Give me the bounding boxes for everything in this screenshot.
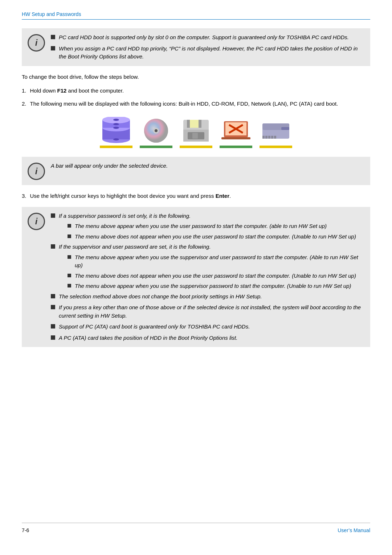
step-3: 3. Use the left/right cursor keys to hig… [22, 192, 370, 200]
note-3-extra-3: Support of PC (ATA) card boot is guarant… [59, 323, 250, 331]
note-2-text: A bar will appear only under the selecte… [51, 162, 364, 170]
bullet-icon [51, 324, 55, 328]
step-1-num: 1. [22, 86, 26, 95]
list-item: The menu above does not appear when you … [68, 272, 364, 280]
bullet-icon [68, 274, 71, 277]
step-3-num: 3. [22, 192, 26, 200]
page-header: HW Setup and Passwords [22, 11, 370, 20]
bullet-icon [51, 244, 55, 249]
note-3-g1-subs: The menu above appear when you use the u… [59, 222, 356, 241]
note-3-g2-subs: The menu above appear when you use the s… [59, 253, 364, 290]
list-item: The selection method above does not chan… [51, 293, 364, 301]
step-1-text: Hold down F12 and boot the computer. [30, 86, 124, 95]
bullet-icon [51, 294, 55, 298]
header-title: HW Setup and Passwords [22, 11, 81, 17]
fdd-icon-box [180, 117, 212, 148]
svg-rect-19 [192, 133, 198, 139]
footer-page-number: 7-6 [22, 527, 29, 533]
step-2-text: The following menu will be displayed wit… [30, 99, 338, 108]
bullet-icon [51, 305, 55, 309]
list-item: If a suppervisor password is set only, i… [51, 212, 364, 241]
cdrom-bar [140, 146, 172, 148]
info-icon-3: i [28, 213, 45, 230]
bullet-icon [51, 35, 55, 39]
note-3-g2-sub-3: The menu above appear when you use the s… [75, 282, 351, 290]
numbered-steps: 1. Hold down F12 and boot the computer. … [22, 86, 370, 108]
svg-rect-28 [262, 136, 265, 139]
list-item: The menu above does not appear when you … [68, 233, 356, 241]
bullet-icon [68, 234, 71, 238]
note-3-extra-4: A PC (ATA) card takes the position of HD… [59, 334, 237, 342]
step3-list: 3. Use the left/right cursor keys to hig… [22, 192, 370, 200]
svg-rect-16 [190, 120, 199, 128]
note-box-2: i A bar will appear only under the selec… [22, 157, 370, 185]
fdd-bar [180, 146, 212, 148]
page-footer: 7-6 User’s Manual [22, 523, 370, 533]
main-content: i PC card HDD boot is supported only by … [22, 28, 370, 523]
list-item: PC card HDD boot is supported only by sl… [51, 33, 364, 42]
note-box-3: i If a suppervisor password is set only,… [22, 207, 370, 347]
bullet-icon [51, 46, 55, 50]
svg-rect-29 [265, 136, 268, 139]
note-3-group-2: If the suppervisor and user password are… [51, 243, 364, 290]
fdd-icon [180, 117, 212, 144]
svg-rect-32 [274, 136, 276, 139]
hdd-bar [100, 146, 132, 148]
info-icon-1: i [28, 34, 45, 52]
page-container: HW Setup and Passwords i PC card HDD boo… [0, 0, 392, 555]
bullet-icon [68, 224, 71, 228]
device-icons-row [22, 117, 370, 148]
step-3-text: Use the left/right cursor keys to highli… [30, 192, 231, 200]
svg-point-8 [113, 127, 119, 129]
svg-point-9 [113, 138, 119, 140]
note-box-1: i PC card HDD boot is supported only by … [22, 28, 370, 66]
bullet-icon [51, 335, 55, 340]
list-item: Support of PC (ATA) card boot is guarant… [51, 323, 364, 331]
intro-text: To change the boot drive, follow the ste… [22, 73, 370, 81]
note-3-g1-sub-2: The menu above does not appear when you … [75, 233, 356, 241]
note-3-extra: The selection method above does not chan… [51, 293, 364, 342]
list-item: A PC (ATA) card takes the position of HD… [51, 334, 364, 342]
step-2: 2. The following menu will be displayed … [22, 99, 370, 108]
hdd-icon [100, 117, 132, 144]
network-bar [220, 146, 252, 148]
note-3-extra-1: The selection method above does not chan… [59, 293, 262, 301]
step-1: 1. Hold down F12 and boot the computer. [22, 86, 370, 95]
svg-rect-30 [268, 136, 270, 139]
note-1-bullet-2: When you assign a PC card HDD top priori… [59, 45, 364, 61]
note-2-content: A bar will appear only under the selecte… [51, 162, 364, 170]
note-1-list: PC card HDD boot is supported only by sl… [51, 33, 364, 61]
note-3-content: If a suppervisor password is set only, i… [51, 212, 364, 342]
pccard-icon-box [260, 117, 292, 148]
svg-rect-31 [271, 136, 273, 139]
network-icon [220, 117, 252, 144]
svg-point-13 [155, 129, 158, 132]
list-item: The menu above appear when you use the u… [68, 222, 356, 230]
svg-rect-24 [221, 137, 250, 139]
note-3-group-1-container: If a suppervisor password is set only, i… [59, 212, 356, 241]
note-3-g2-sub-2: The menu above does not appear when you … [75, 272, 356, 280]
info-icon-2: i [28, 163, 45, 180]
bullet-icon [68, 255, 71, 259]
cdrom-icon-box [140, 117, 172, 148]
list-item: When you assign a PC card HDD top priori… [51, 45, 364, 61]
note-1-content: PC card HDD boot is supported only by sl… [51, 33, 364, 61]
note-3-group-1: If a suppervisor password is set only, i… [51, 212, 364, 241]
note-1-bullet-1: PC card HDD boot is supported only by sl… [59, 33, 349, 42]
note-3-g2-sub-1: The menu above appear when you use the s… [75, 253, 364, 270]
bullet-icon [68, 284, 71, 287]
svg-point-7 [113, 123, 119, 125]
note-3-group-2-container: If the suppervisor and user password are… [59, 243, 364, 290]
list-item: The menu above appear when you use the s… [68, 253, 364, 270]
cdrom-icon [140, 117, 172, 144]
step-2-num: 2. [22, 99, 26, 108]
note-3-extra-2: If you press a key other than one of tho… [59, 303, 364, 320]
list-item: If you press a key other than one of tho… [51, 303, 364, 320]
svg-point-6 [113, 119, 119, 121]
bullet-icon [51, 213, 55, 218]
network-icon-box [220, 117, 252, 148]
pccard-bar [260, 146, 292, 148]
list-item: The menu above appear when you use the s… [68, 282, 364, 290]
list-item: If the suppervisor and user password are… [51, 243, 364, 290]
footer-manual-label: User’s Manual [338, 527, 370, 533]
